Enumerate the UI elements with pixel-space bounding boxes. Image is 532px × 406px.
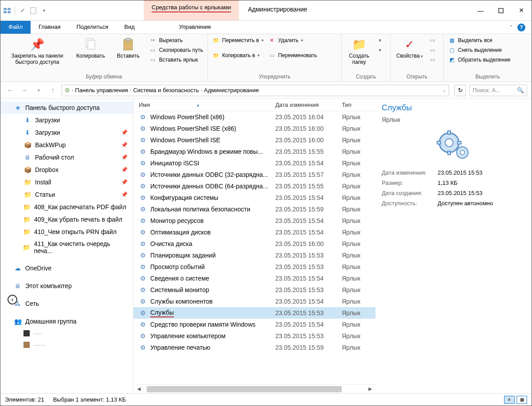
select-all-button[interactable]: ▦Выделить все xyxy=(448,37,511,44)
properties-button[interactable]: ✓ Свойства xyxy=(395,37,424,59)
nav-item-10[interactable]: 📁411_Как очистить очередь печа... xyxy=(0,238,133,257)
delete-button[interactable]: ✕Удалить xyxy=(268,37,317,44)
tab-share[interactable]: Поделиться xyxy=(68,21,116,34)
nav-item-0[interactable]: ⬇Загрузки xyxy=(0,114,133,126)
file-name: Конфигурация системы xyxy=(150,194,218,201)
file-row[interactable]: ⚙Просмотр событий23.05.2015 15:53Ярлык xyxy=(133,261,376,273)
app-icon[interactable] xyxy=(3,7,11,15)
open-button[interactable]: ▭ xyxy=(429,37,436,44)
help-icon[interactable]: ? xyxy=(517,23,525,31)
nav-onedrive[interactable]: ☁OneDrive xyxy=(0,262,133,274)
paste-button[interactable]: Вставить xyxy=(112,37,145,59)
select-none-button[interactable]: ▢Снять выделение xyxy=(448,47,511,54)
breadcrumb-dropdown-icon[interactable]: ⌄ xyxy=(442,88,446,93)
file-row[interactable]: ⚙Управление компьютером23.05.2015 15:53Я… xyxy=(133,330,376,342)
pin-quick-access-button[interactable]: 📌 Закрепить на панели быстрого доступа xyxy=(5,37,70,65)
nav-this-pc[interactable]: 🖥Этот компьютер xyxy=(0,280,133,292)
tab-view[interactable]: Вид xyxy=(116,21,143,34)
pin-icon: 📌 xyxy=(121,167,128,173)
forward-button[interactable]: → xyxy=(19,85,30,96)
new-folder-button[interactable]: 📁 Создать папку xyxy=(346,37,372,65)
minimize-button[interactable]: — xyxy=(470,0,491,20)
file-row[interactable]: ⚙Источники данных ODBC (32-разрядна...23… xyxy=(133,169,376,180)
file-row[interactable]: ⚙Windows PowerShell ISE (x86)23.05.2015 … xyxy=(133,123,376,134)
nav-item-2[interactable]: 📦BackWPup📌 xyxy=(0,139,133,151)
qat-dropdown-icon[interactable]: ▾ xyxy=(40,7,48,15)
paste-shortcut-button[interactable]: ▭Вставить ярлык xyxy=(149,56,203,63)
col-type[interactable]: Тип xyxy=(342,102,376,108)
file-row[interactable]: ⚙Службы компонентов23.05.2015 15:54Ярлык xyxy=(133,296,376,307)
nav-item-3[interactable]: 🖥Рабочий стол📌 xyxy=(0,151,133,164)
nav-item-5[interactable]: 📁Install📌 xyxy=(0,176,133,188)
file-row[interactable]: ⚙Инициатор iSCSI23.05.2015 15:54Ярлык xyxy=(133,157,376,169)
tab-file[interactable]: Файл xyxy=(0,21,31,34)
file-row[interactable]: ⚙Монитор ресурсов23.05.2015 15:54Ярлык xyxy=(133,215,376,226)
monitor-icon: 🖥 xyxy=(14,282,22,290)
invert-selection-button[interactable]: ◩Обратить выделение xyxy=(448,56,511,63)
cut-button[interactable]: ✂Вырезать xyxy=(149,37,203,44)
copy-button[interactable]: Копировать xyxy=(74,37,107,59)
nav-item-8[interactable]: 📁409_Как убрать печать в файл xyxy=(0,213,133,226)
qat-properties-icon[interactable]: ✓ xyxy=(19,7,27,15)
breadcrumb[interactable]: ⚙ › Панель управления› Система и безопас… xyxy=(62,85,449,96)
copy-path-button[interactable]: ▭Скопировать путь xyxy=(149,47,203,54)
file-row[interactable]: ⚙Windows PowerShell (x86)23.05.2015 16:0… xyxy=(133,111,376,123)
search-box[interactable]: Поиск: А... 🔍 xyxy=(469,85,527,96)
crumb-2[interactable]: Администрирование xyxy=(204,87,259,94)
file-row[interactable]: ⚙Конфигурация системы23.05.2015 15:54Ярл… xyxy=(133,192,376,203)
file-row[interactable]: ⚙Локальная политика безопасности23.05.20… xyxy=(133,203,376,215)
horizontal-scrollbar[interactable]: ◀ ▶ xyxy=(133,384,376,393)
nav-homegroup-user1[interactable]: ····· xyxy=(0,328,133,339)
nav-item-7[interactable]: 📁408_Как распечатать PDF файл xyxy=(0,201,133,213)
file-row[interactable]: ⚙Брандмауэр Windows в режиме повы...23.0… xyxy=(133,146,376,157)
nav-collapse-button[interactable]: ‹ xyxy=(8,295,17,304)
tab-home[interactable]: Главная xyxy=(31,21,68,34)
collapse-ribbon-icon[interactable]: ⌃ xyxy=(509,24,513,30)
move-to-button[interactable]: 📁Переместить в xyxy=(212,37,264,44)
nav-homegroup-user2[interactable]: ······· xyxy=(0,339,133,351)
view-details-button[interactable]: ≡ xyxy=(504,396,515,404)
nav-item-9[interactable]: 📁410_Чем открыть PRN файл xyxy=(0,226,133,238)
file-row[interactable]: ⚙Средство проверки памяти Windows23.05.2… xyxy=(133,319,376,330)
nav-quick-access[interactable]: ★ Панель быстрого доступа xyxy=(0,102,133,114)
file-row[interactable]: ⚙Планировщик заданий23.05.2015 15:53Ярлы… xyxy=(133,250,376,261)
file-row[interactable]: ⚙Оптимизация дисков23.05.2015 15:54Ярлык xyxy=(133,226,376,238)
view-thumbnails-button[interactable]: ▦ xyxy=(516,396,527,404)
maximize-button[interactable] xyxy=(491,0,511,20)
nav-network[interactable]: 🖧Сеть xyxy=(0,297,133,310)
new-item-button[interactable]: ▾ xyxy=(376,37,383,44)
nav-item-4[interactable]: 📦Dropbox📌 xyxy=(0,164,133,176)
file-row[interactable]: ⚙Источники данных ODBC (64-разрядна...23… xyxy=(133,180,376,192)
crumb-0[interactable]: Панель управления xyxy=(75,87,128,94)
context-tab[interactable]: Средства работы с ярлыками xyxy=(144,0,239,20)
rename-button[interactable]: ▭Переименовать xyxy=(268,52,317,59)
file-row[interactable]: ⚙Управление печатью23.05.2015 15:59Ярлык xyxy=(133,342,376,353)
close-button[interactable]: × xyxy=(511,0,532,20)
col-name[interactable]: Имя▴ xyxy=(133,102,275,108)
qat-new-icon[interactable] xyxy=(29,7,37,15)
file-row[interactable]: ⚙Сведения о системе23.05.2015 15:54Ярлык xyxy=(133,273,376,284)
col-date[interactable]: Дата изменения xyxy=(275,102,342,108)
recent-button[interactable]: ▾ xyxy=(33,85,44,96)
svg-point-11 xyxy=(445,139,453,147)
tab-manage[interactable]: Управление xyxy=(171,21,219,34)
file-date: 23.05.2015 15:54 xyxy=(275,217,342,224)
folder-icon: 📁 xyxy=(23,203,31,211)
file-type: Ярлык xyxy=(342,125,376,132)
refresh-button[interactable]: ↻ xyxy=(454,85,466,96)
file-row[interactable]: ⚙Службы23.05.2015 15:53Ярлык xyxy=(133,307,376,319)
history-button[interactable]: ▭ xyxy=(429,56,436,63)
file-type: Ярлык xyxy=(342,344,376,351)
crumb-1[interactable]: Система и безопасность xyxy=(133,87,199,94)
file-row[interactable]: ⚙Windows PowerShell ISE23.05.2015 16:00Я… xyxy=(133,134,376,146)
copy-to-button[interactable]: 📁Копировать в xyxy=(212,52,264,59)
edit-button[interactable]: ▭ xyxy=(429,47,436,54)
nav-item-1[interactable]: ⬇Загрузки📌 xyxy=(0,126,133,139)
file-row[interactable]: ⚙Системный монитор23.05.2015 15:53Ярлык xyxy=(133,284,376,296)
easy-access-button[interactable]: ▾ xyxy=(376,47,383,54)
nav-homegroup[interactable]: 👥Домашняя группа xyxy=(0,315,133,328)
back-button[interactable]: ← xyxy=(5,85,16,96)
up-button[interactable]: ↑ xyxy=(47,85,58,96)
nav-item-6[interactable]: 📁Статьи📌 xyxy=(0,188,133,201)
file-row[interactable]: ⚙Очистка диска23.05.2015 16:00Ярлык xyxy=(133,238,376,250)
